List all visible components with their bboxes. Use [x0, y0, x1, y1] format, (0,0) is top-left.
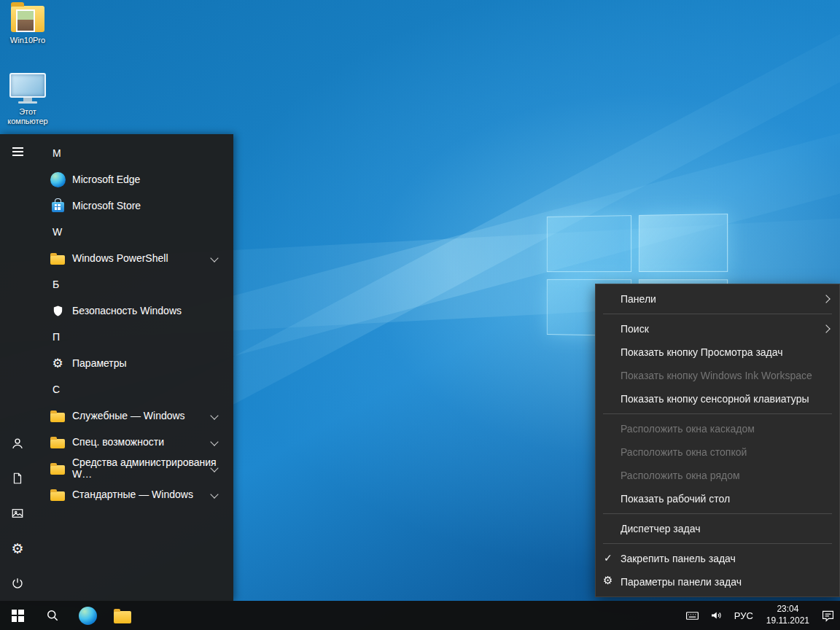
taskbar: РУС 23:04 19.11.2021: [0, 601, 840, 630]
app-item-microsoft-edge[interactable]: Microsoft Edge: [35, 166, 233, 192]
edge-icon: [79, 607, 97, 625]
menu-item-toolbars[interactable]: Панели: [596, 287, 839, 311]
logo-pane: [547, 215, 631, 272]
menu-item-search[interactable]: Поиск: [596, 317, 839, 341]
hamburger-icon: [12, 147, 23, 156]
account-button[interactable]: [0, 426, 35, 461]
menu-separator: [603, 314, 832, 314]
section-letter: П: [52, 331, 60, 343]
menu-item-label: Параметры панели задач: [621, 576, 742, 588]
menu-item-label: Показать кнопку сенсорной клавиатуры: [621, 393, 809, 405]
section-header-m[interactable]: M: [35, 140, 233, 166]
language-indicator[interactable]: РУС: [728, 601, 760, 630]
section-letter: W: [52, 226, 62, 238]
menu-item-label: Показать рабочий стол: [621, 493, 730, 505]
desktop-icon-label: Win10Pro: [10, 36, 45, 45]
menu-item-show-desktop[interactable]: Показать рабочий стол: [596, 487, 839, 510]
folder-icon: [50, 491, 65, 501]
app-item-label: Microsoft Store: [72, 200, 141, 211]
clock-date: 19.11.2021: [766, 615, 809, 627]
checkmark-icon: ✓: [604, 552, 612, 564]
app-item-label: Стандартные — Windows: [72, 489, 193, 500]
menu-item-label: Показать кнопку Просмотра задач: [621, 346, 783, 358]
clock-time: 23:04: [766, 604, 809, 615]
chevron-down-icon[interactable]: [210, 411, 218, 419]
chevron-down-icon[interactable]: [210, 490, 218, 498]
app-item-settings[interactable]: ⚙ Параметры: [35, 350, 233, 376]
menu-item-show-task-view-button[interactable]: Показать кнопку Просмотра задач: [596, 341, 839, 364]
menu-item-label: Расположить окна каскадом: [621, 423, 755, 435]
desktop-icon-label: Этот компьютер: [0, 107, 55, 126]
app-item-label: Средства администрирования W…: [72, 456, 233, 480]
app-item-label: Служебные — Windows: [72, 410, 185, 421]
section-header-w[interactable]: W: [35, 219, 233, 245]
submenu-arrow-icon: [822, 295, 830, 303]
chevron-down-icon[interactable]: [210, 254, 218, 262]
section-header-s[interactable]: С: [35, 376, 233, 402]
app-item-accessories[interactable]: Стандартные — Windows: [35, 481, 233, 508]
photo-thumbnail: [16, 9, 35, 32]
folder-icon: [50, 439, 65, 448]
app-item-admin-tools[interactable]: Средства администрирования W…: [35, 455, 233, 481]
volume-tray-button[interactable]: [704, 601, 728, 630]
menu-separator: [603, 413, 832, 414]
menu-item-lock-taskbar[interactable]: ✓ Закрепить панель задач: [596, 547, 839, 570]
search-icon: [45, 608, 60, 623]
app-item-windows-powershell[interactable]: Windows PowerShell: [35, 245, 233, 271]
app-item-label: Параметры: [72, 357, 127, 369]
app-item-accessibility[interactable]: Спец. возможности: [35, 429, 233, 455]
menu-item-side-by-side-windows: Расположить окна рядом: [596, 464, 839, 487]
documents-button[interactable]: [0, 461, 35, 496]
start-button[interactable]: [0, 601, 35, 630]
menu-item-label: Расположить окна рядом: [621, 470, 740, 481]
settings-button[interactable]: ⚙: [0, 531, 35, 566]
app-item-microsoft-store[interactable]: Microsoft Store: [35, 192, 233, 219]
section-header-b[interactable]: Б: [35, 271, 233, 298]
menu-item-task-manager[interactable]: Диспетчер задач: [596, 517, 839, 540]
taskbar-context-menu: Панели Поиск Показать кнопку Просмотра з…: [595, 284, 840, 597]
folder-with-photo-icon: [11, 6, 44, 32]
file-explorer-icon: [114, 611, 131, 623]
power-icon: [11, 577, 24, 590]
menu-item-label: Закрепить панель задач: [621, 553, 736, 564]
computer-icon: [10, 73, 45, 104]
action-center-button[interactable]: [816, 601, 840, 630]
windows-start-icon: [12, 610, 24, 622]
menu-item-cascade-windows: Расположить окна каскадом: [596, 417, 839, 440]
chevron-down-icon[interactable]: [210, 438, 218, 446]
store-icon: [52, 202, 64, 212]
section-letter: Б: [52, 279, 59, 290]
file-explorer-button[interactable]: [105, 601, 140, 630]
section-letter: M: [52, 147, 61, 159]
pictures-button[interactable]: [0, 496, 35, 531]
menu-separator: [603, 513, 832, 514]
gear-icon: ⚙: [603, 575, 612, 586]
expand-menu-button[interactable]: [0, 134, 35, 169]
desktop-icon-this-pc[interactable]: Этот компьютер: [0, 73, 55, 126]
power-button[interactable]: [0, 566, 35, 601]
gear-icon: ⚙: [52, 357, 63, 370]
menu-item-label: Панели: [621, 293, 656, 305]
submenu-arrow-icon: [822, 324, 830, 332]
start-app-list: M Microsoft Edge Microsoft Store W Windo…: [35, 134, 233, 601]
menu-item-label: Диспетчер задач: [621, 523, 701, 534]
menu-separator: [603, 543, 832, 544]
desktop-icon-win10pro[interactable]: Win10Pro: [0, 6, 55, 45]
logo-pane: [639, 214, 728, 272]
search-button[interactable]: [35, 601, 70, 630]
folder-icon: [50, 465, 65, 475]
touch-keyboard-icon: [685, 610, 699, 621]
app-item-label: Windows PowerShell: [72, 252, 168, 264]
edge-taskbar-button[interactable]: [70, 601, 105, 630]
touch-keyboard-tray-button[interactable]: [680, 601, 704, 630]
menu-item-show-windows-ink-workspace-button: Показать кнопку Windows Ink Workspace: [596, 364, 839, 387]
app-item-windows-system[interactable]: Служебные — Windows: [35, 402, 233, 429]
section-header-p[interactable]: П: [35, 324, 233, 350]
menu-item-show-touch-keyboard-button[interactable]: Показать кнопку сенсорной клавиатуры: [596, 387, 839, 411]
clock[interactable]: 23:04 19.11.2021: [760, 601, 816, 630]
app-item-windows-security[interactable]: Безопасность Windows: [35, 298, 233, 324]
app-item-label: Microsoft Edge: [72, 174, 140, 185]
menu-item-taskbar-settings[interactable]: ⚙ Параметры панели задач: [596, 570, 839, 594]
volume-icon: [709, 609, 723, 622]
app-item-label: Безопасность Windows: [72, 305, 182, 316]
